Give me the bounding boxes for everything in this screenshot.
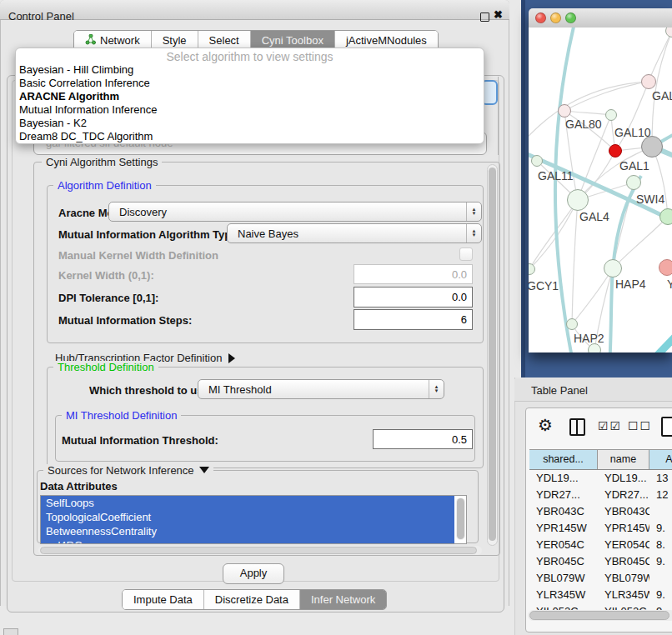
mi-steps-field[interactable]: 6 [354, 309, 473, 330]
minimize-traffic-light-icon[interactable] [550, 12, 561, 23]
network-node-hap4[interactable] [604, 259, 622, 278]
close-icon[interactable]: ✖ [494, 8, 503, 21]
dpi-tolerance-field[interactable]: 0.0 [354, 287, 473, 308]
table-row[interactable]: YBR045CYBR045C9. [529, 553, 672, 570]
data-attribute-selfloops[interactable]: SelfLoops [41, 496, 454, 510]
network-node-hap2[interactable] [566, 318, 578, 330]
node-label-gcy1: GCY1 [529, 279, 559, 292]
table-cell: YBL079W [598, 570, 649, 587]
algorithm-option-aracne-algorithm[interactable]: ARACNE Algorithm [16, 90, 484, 103]
table-row[interactable]: YER054CYER054C8. [529, 537, 672, 553]
node-label-gal1: GAL1 [619, 159, 649, 172]
network-canvas[interactable]: GALGAL80GAL10GAL1GAL11SWI4GAL4GCY1HAP4YH… [529, 28, 672, 352]
bottom-tab-infer-network[interactable]: Infer Network [299, 590, 386, 609]
node-label-hap2: HAP2 [574, 332, 604, 345]
table-row[interactable]: YDL19...YDL19...13 [529, 470, 672, 487]
network-node-swi4[interactable] [659, 208, 672, 225]
network-node-gal80[interactable] [558, 104, 571, 118]
manual-kernel-label: Manual Kernel Width Definition [58, 249, 218, 262]
table-row[interactable]: YBL079WYBL079W [529, 570, 672, 587]
which-threshold-combobox[interactable]: MI Threshold ▲▼ [198, 379, 444, 399]
checked-boxes-icon[interactable]: ☑☑ [598, 419, 622, 432]
sources-title[interactable]: Sources for Network Inference [43, 464, 213, 477]
node-label-gal80: GAL80 [565, 118, 602, 131]
zoom-traffic-light-icon[interactable] [565, 12, 576, 23]
algorithm-option-bayesian-k2[interactable]: Bayesian - K2 [16, 117, 484, 130]
unchecked-boxes-icon[interactable]: ☐☐ [628, 419, 652, 432]
control-panel-titlebar[interactable] [0, 0, 509, 20]
table-panel-title: Table Panel [531, 384, 588, 397]
network-node-gal4[interactable] [567, 189, 589, 211]
table-cell: YLR345W [529, 587, 598, 603]
tab-label: Style [163, 34, 187, 47]
settings-horizontal-scrollbar[interactable] [38, 546, 482, 555]
table-header-row: shared...nameA [529, 449, 672, 470]
node-label-hap4: HAP4 [615, 278, 646, 291]
bottom-tab-discretize-data[interactable]: Discretize Data [203, 590, 299, 609]
data-attribute-betweennesscentrality[interactable]: BetweennessCentrality [41, 524, 454, 538]
table-row[interactable]: YBR043CYBR043C [529, 503, 672, 520]
data-attributes-label: Data Attributes [40, 480, 118, 492]
expander-right-arrow-icon [228, 353, 235, 363]
node-label-gal: GAL [652, 89, 672, 102]
data-attribute-topologicalcoefficient[interactable]: TopologicalCoefficient [41, 510, 454, 524]
kernel-width-label: Kernel Width (0,1): [58, 269, 154, 282]
network-node-y[interactable] [659, 259, 672, 276]
network-node-gal10[interactable] [605, 109, 617, 121]
network-icon [85, 34, 96, 48]
network-node-gal1[interactable] [609, 144, 622, 158]
which-threshold-value: MI Threshold [198, 383, 429, 396]
settings-vertical-scrollbar[interactable] [487, 164, 498, 546]
network-node-gal11[interactable] [531, 155, 543, 167]
float-window-icon[interactable] [480, 12, 489, 22]
gear-icon[interactable]: ⚙ [538, 415, 553, 435]
bottom-tab-impute-data[interactable]: Impute Data [123, 590, 203, 609]
table-cell: YLR345W [598, 587, 649, 603]
mi-threshold-definition-title: MI Threshold Definition [62, 409, 181, 422]
kernel-width-field[interactable]: 0.0 [354, 264, 473, 284]
network-node[interactable] [641, 136, 663, 158]
list-vertical-scrollbar[interactable] [456, 498, 465, 540]
cyni-algorithm-settings-title: Cyni Algorithm Settings [42, 156, 162, 168]
table-cell: YBR045C [529, 553, 598, 570]
column-header-name[interactable]: name [598, 450, 649, 469]
aracne-mode-value: Discovery [109, 206, 466, 218]
desktop-edge-shade [521, 0, 525, 378]
column-header-shared[interactable]: shared... [529, 450, 598, 469]
algorithm-option-mutual-information-inference[interactable]: Mutual Information Inference [16, 103, 484, 117]
apply-button[interactable]: Apply [223, 563, 284, 584]
data-attributes-list[interactable]: SelfLoopsTopologicalCoefficientBetweenne… [40, 495, 467, 544]
file-icon[interactable] [661, 417, 672, 437]
threshold-definition-title: Threshold Definition [53, 361, 158, 373]
manual-kernel-checkbox[interactable] [459, 248, 473, 261]
table-row[interactable]: YPR145WYPR145W9. [529, 520, 672, 537]
algorithm-option-dream8-dc-tdc-algorithm[interactable]: Dream8 DC_TDC Algorithm [16, 130, 484, 143]
network-node-gal[interactable] [641, 74, 656, 89]
mi-threshold-field[interactable]: 0.5 [373, 429, 473, 449]
algorithm-option-basic-correlation-inference[interactable]: Basic Correlation Inference [16, 77, 484, 90]
network-node[interactable] [588, 343, 601, 352]
column-header-a[interactable]: A [649, 450, 672, 469]
mi-threshold-label: Mutual Information Threshold: [62, 434, 218, 447]
table-cell: YDL19... [598, 470, 649, 487]
table-cell: YDR27... [598, 487, 649, 503]
minimized-panel-icon[interactable] [3, 628, 18, 635]
control-panel-title: Control Panel [8, 10, 74, 22]
table-row[interactable]: YDR27...YDR27...12 [529, 487, 672, 503]
table-cell: 12 [649, 487, 672, 503]
table-cell: YDL19... [529, 470, 598, 487]
hidden-groupbox-edge [498, 77, 499, 155]
algorithm-option-bayesian-hill-climbing[interactable]: Bayesian - Hill Climbing [16, 63, 484, 77]
close-traffic-light-icon[interactable] [535, 12, 546, 23]
tab-label: Cyni Toolbox [262, 34, 323, 47]
table-horizontal-scrollbar[interactable] [528, 610, 672, 621]
aracne-mode-combobox[interactable]: Discovery ▲▼ [108, 202, 482, 222]
table-row[interactable]: YLR345WYLR345W9. [529, 587, 672, 603]
split-columns-icon[interactable] [569, 418, 585, 436]
mi-type-combobox[interactable]: Naive Bayes ▲▼ [227, 223, 482, 243]
tab-label: Select [209, 34, 239, 47]
network-node[interactable] [626, 175, 641, 190]
data-attribute-gal4rgexp[interactable]: gal4RGexp [41, 538, 454, 544]
table-cell: 8. [649, 537, 672, 553]
table-panel-box: ⚙ ☑☑ ☐☐ shared...nameA YDL19...YDL19...1… [525, 408, 672, 632]
